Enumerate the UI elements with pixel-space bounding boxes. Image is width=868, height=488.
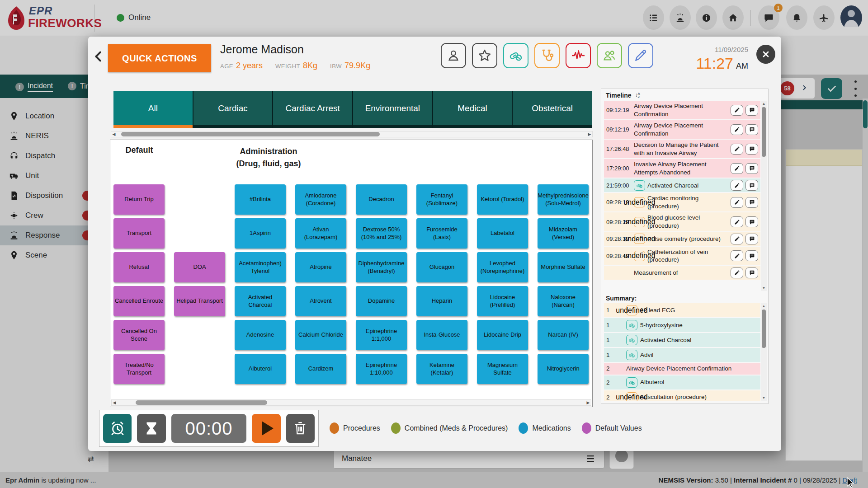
quick-actions-button[interactable]: QUICK ACTIONS	[108, 44, 211, 72]
hourglass-button[interactable]	[137, 414, 165, 443]
medication-button[interactable]: Diphenhydramine (Benadryl)	[356, 252, 407, 282]
medication-button[interactable]: Lidocaine (Prefilled)	[477, 286, 528, 316]
comment-icon[interactable]	[745, 105, 758, 116]
timer-display: 00:00	[171, 414, 246, 443]
default-action-button[interactable]: DOA	[174, 252, 225, 282]
grid-horizontal-scrollbar[interactable]: ◀▶	[111, 399, 591, 406]
default-action-button[interactable]: Return Trip	[113, 184, 165, 215]
timeline-event-text: Measurement of	[634, 269, 728, 277]
medication-button[interactable]: Ketorol (Toradol)	[477, 184, 528, 215]
edit-pencil-icon[interactable]	[731, 234, 743, 244]
medication-button[interactable]: Ketamine (Ketalar)	[416, 354, 467, 384]
medication-button[interactable]: Dopamine	[356, 286, 407, 316]
summary-item-text: Advil	[640, 351, 758, 359]
edit-pencil-icon[interactable]	[731, 250, 743, 261]
comment-icon[interactable]	[745, 267, 758, 278]
medication-button[interactable]: Labetalol	[477, 218, 528, 249]
trash-button[interactable]	[286, 414, 315, 443]
medication-button[interactable]: Activated Charcoal	[235, 286, 286, 316]
back-chevron-button[interactable]	[91, 47, 106, 66]
summary-list: 1undefined12 lead ECG15-hydroxylysine1Ac…	[604, 303, 760, 401]
medication-button[interactable]: Insta-Glucose	[416, 320, 467, 350]
edit-pencil-icon[interactable]	[731, 105, 743, 116]
edit-pencil-icon[interactable]	[731, 144, 743, 155]
tab-medical[interactable]: Medical	[433, 91, 512, 128]
alarm-clock-button[interactable]	[103, 414, 132, 443]
medication-button[interactable]: Calcium Chloride	[295, 320, 346, 350]
tab-cardiac[interactable]: Cardiac	[193, 91, 273, 128]
medication-button[interactable]: Epinephrine 1:1,000	[356, 320, 407, 350]
edit-pencil-icon[interactable]	[731, 163, 743, 174]
medication-button[interactable]: Adenosine	[235, 320, 286, 350]
medication-button[interactable]: Ativan (Lorazepam)	[295, 218, 346, 249]
medication-button[interactable]: Levophed (Norepinephrine)	[477, 252, 528, 282]
timeline-row: 09:28:39undefinedPulse oximetry (procedu…	[604, 232, 760, 246]
default-action-button[interactable]: Treated/No Transport	[113, 354, 165, 384]
medication-button[interactable]: Amiodarone (Coradone)	[295, 184, 346, 215]
timeline-scrollbar[interactable]: ▲▼	[761, 101, 767, 291]
comment-icon[interactable]	[745, 250, 758, 261]
medication-button[interactable]: Atrovent	[295, 286, 346, 316]
comment-icon[interactable]	[745, 197, 758, 208]
ibw-label: IBW	[330, 63, 342, 70]
sort-icon[interactable]: ↓AZ	[635, 92, 640, 99]
comment-icon[interactable]	[745, 124, 758, 135]
medication-button[interactable]: Dextrose 50% (10% and 25%)	[356, 218, 407, 249]
pen-icon[interactable]	[628, 43, 653, 68]
medication-button[interactable]: Fentanyl (Sublimaze)	[416, 184, 467, 215]
timeline-event-text: Decision to Manage the Patient with an I…	[634, 141, 728, 157]
medication-button[interactable]: Nitroglycerin	[538, 354, 589, 384]
medication-button[interactable]: Acetaminophen) Tylenol	[235, 252, 286, 282]
medication-button[interactable]: Atropine	[295, 252, 346, 282]
comment-icon[interactable]	[745, 144, 758, 155]
tab-all[interactable]: All	[113, 91, 193, 128]
edit-pencil-icon[interactable]	[731, 197, 743, 208]
summary-scrollbar[interactable]: ▲▼	[761, 303, 767, 401]
default-action-button[interactable]: Cancelled On Scene	[113, 320, 165, 350]
medication-button[interactable]: Morphine Sulfate	[538, 252, 589, 282]
play-button[interactable]	[252, 414, 280, 443]
quick-actions-grid-panel: Default Administration (Drug, fluid, gas…	[110, 140, 593, 407]
edit-pencil-icon[interactable]	[731, 216, 743, 227]
comment-icon[interactable]	[745, 180, 758, 191]
comment-icon[interactable]	[745, 163, 758, 174]
medication-button[interactable]: Magnesium Sulfate	[477, 354, 528, 384]
default-action-button[interactable]: Cancelled Enroute	[113, 286, 165, 316]
medication-button[interactable]: Epinephrine 1:10,000	[356, 354, 407, 384]
meds-icon[interactable]	[503, 43, 528, 68]
comment-icon[interactable]	[745, 234, 758, 244]
timeline-row: 17:26:48Decision to Manage the Patient w…	[604, 140, 760, 158]
medication-button[interactable]: #Brilinta	[235, 184, 286, 215]
medication-button[interactable]: Methylprednisolone (Solu-Medrol)	[538, 184, 589, 215]
tabs-horizontal-scrollbar[interactable]: ◀▶	[111, 131, 593, 137]
comment-icon[interactable]	[745, 216, 758, 227]
default-action-button[interactable]: Refusal	[113, 252, 165, 282]
medication-button[interactable]: Furosemide (Lasix)	[416, 218, 467, 249]
medication-button[interactable]: Midazolam (Versed)	[538, 218, 589, 249]
medication-button[interactable]: Decadron	[356, 184, 407, 215]
default-action-button[interactable]: Transport	[113, 218, 165, 249]
steth-icon[interactable]	[534, 43, 560, 68]
medication-button[interactable]: Narcan (IV)	[538, 320, 589, 350]
default-column-header: Default	[117, 145, 162, 155]
default-action-button[interactable]: Helipad Transport	[174, 286, 225, 316]
star-icon[interactable]	[472, 43, 497, 68]
medication-button[interactable]: Glucagon	[416, 252, 467, 282]
tab-cardiac-arrest[interactable]: Cardiac Arrest	[273, 91, 352, 128]
medication-button[interactable]: Lidocaine Drip	[477, 320, 528, 350]
edit-pencil-icon[interactable]	[731, 180, 743, 191]
wave-icon[interactable]	[566, 43, 591, 68]
person-icon[interactable]	[441, 43, 466, 68]
close-icon[interactable]	[756, 45, 775, 64]
medication-button[interactable]: Heparin	[416, 286, 467, 316]
medication-button[interactable]: Naloxone (Narcan)	[538, 286, 589, 316]
tab-environmental[interactable]: Environmental	[353, 91, 432, 128]
edit-pencil-icon[interactable]	[731, 267, 743, 278]
medication-button[interactable]: 1Aspirin	[235, 218, 286, 249]
medication-chip-icon	[626, 320, 637, 330]
group-icon[interactable]	[597, 43, 622, 68]
medication-button[interactable]: Cardizem	[295, 354, 346, 384]
tab-obstetrical[interactable]: Obstetrical	[513, 91, 592, 128]
edit-pencil-icon[interactable]	[731, 124, 743, 135]
medication-button[interactable]: Albuterol	[235, 354, 286, 384]
